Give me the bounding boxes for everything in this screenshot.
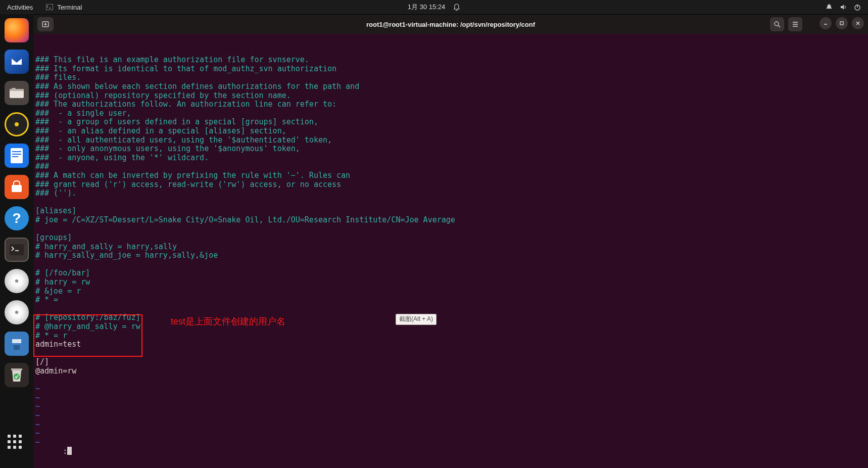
svg-rect-0 bbox=[46, 4, 53, 10]
svg-rect-17 bbox=[14, 345, 20, 350]
gnome-top-bar: Activities Terminal 1月 30 15:24 bbox=[0, 0, 868, 14]
svg-rect-29 bbox=[840, 22, 843, 25]
svg-point-19 bbox=[14, 373, 20, 380]
svg-point-14 bbox=[15, 311, 18, 314]
svg-rect-16 bbox=[12, 339, 21, 343]
svg-rect-9 bbox=[12, 154, 21, 155]
svg-point-6 bbox=[15, 122, 19, 126]
current-app-label: Terminal bbox=[57, 4, 82, 11]
dock-app-firefox[interactable] bbox=[5, 18, 29, 42]
maximize-button[interactable] bbox=[836, 17, 848, 29]
notifications-icon[interactable] bbox=[453, 4, 460, 11]
activities-button[interactable]: Activities bbox=[7, 4, 33, 11]
terminal-icon bbox=[46, 4, 53, 10]
svg-rect-10 bbox=[12, 156, 18, 157]
vim-status-line: : bbox=[35, 438, 72, 465]
cursor bbox=[67, 447, 72, 455]
editor-content: ### This file is an example authorizatio… bbox=[35, 56, 868, 447]
svg-rect-18 bbox=[11, 368, 22, 370]
dock-app-software[interactable] bbox=[5, 175, 29, 199]
svg-rect-8 bbox=[12, 151, 21, 152]
dock-app-help[interactable]: ? bbox=[5, 206, 29, 230]
terminal-body[interactable]: ### This file is an example authorizatio… bbox=[33, 34, 868, 468]
volume-icon[interactable] bbox=[840, 4, 847, 11]
terminal-window: root1@root1-virtual-machine: /opt/svn/re… bbox=[33, 15, 868, 468]
dock-app-disk-2[interactable] bbox=[5, 300, 29, 324]
annotation-label: test是上面文件创建的用户名 bbox=[171, 317, 285, 326]
clock[interactable]: 1月 30 15:24 bbox=[408, 3, 445, 12]
svg-rect-5 bbox=[12, 88, 16, 90]
window-titlebar: root1@root1-virtual-machine: /opt/svn/re… bbox=[33, 15, 868, 34]
search-button[interactable] bbox=[770, 17, 784, 31]
dock-app-disk-1[interactable] bbox=[5, 269, 29, 293]
hamburger-menu-button[interactable] bbox=[788, 17, 802, 31]
svg-point-13 bbox=[15, 279, 18, 283]
power-icon[interactable] bbox=[854, 4, 861, 11]
svg-rect-7 bbox=[11, 148, 23, 163]
new-tab-button[interactable] bbox=[37, 17, 54, 31]
svg-point-23 bbox=[775, 22, 779, 26]
svg-line-24 bbox=[778, 25, 780, 27]
dock-app-save[interactable] bbox=[5, 332, 29, 356]
current-app[interactable]: Terminal bbox=[46, 4, 82, 11]
minimize-button[interactable] bbox=[819, 17, 832, 29]
svg-rect-12 bbox=[10, 244, 24, 255]
close-button[interactable] bbox=[852, 17, 864, 29]
dock-app-files[interactable] bbox=[5, 81, 29, 105]
svg-rect-11 bbox=[12, 185, 22, 192]
dock-app-rhythmbox[interactable] bbox=[5, 112, 29, 136]
dock-app-writer[interactable] bbox=[5, 144, 29, 168]
dock-app-thunderbird[interactable] bbox=[5, 50, 29, 74]
ubuntu-dock: ? bbox=[0, 14, 33, 468]
window-title: root1@root1-virtual-machine: /opt/svn/re… bbox=[366, 21, 535, 28]
network-icon[interactable] bbox=[826, 4, 833, 11]
screenshot-hotkey-tooltip: 截图(Alt + A) bbox=[396, 314, 437, 325]
show-applications-button[interactable] bbox=[8, 435, 26, 453]
dock-app-trash[interactable] bbox=[5, 363, 29, 387]
dock-app-terminal[interactable] bbox=[5, 238, 29, 262]
